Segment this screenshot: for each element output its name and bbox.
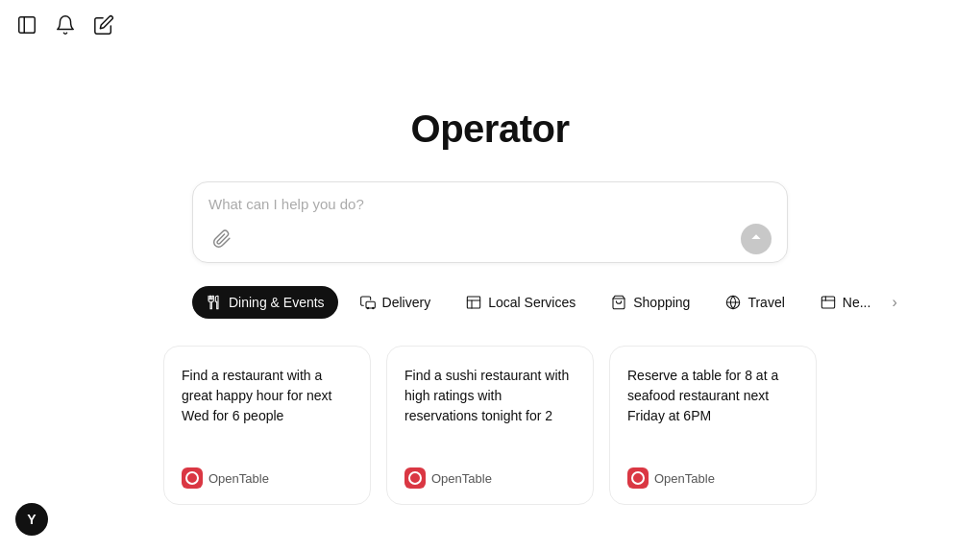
svg-rect-0: [19, 17, 36, 34]
building-icon: [465, 294, 482, 311]
tab-local-label: Local Services: [488, 295, 576, 310]
card-text-0: Find a restaurant with a great happy hou…: [182, 366, 353, 429]
tab-delivery[interactable]: Delivery: [346, 286, 445, 319]
opentable-logo-1: [404, 467, 426, 489]
bag-icon: [610, 294, 627, 311]
card-source-2: OpenTable: [654, 471, 715, 486]
opentable-logo-0: [182, 467, 203, 489]
globe-icon: [724, 294, 742, 311]
tab-news[interactable]: Ne...: [806, 286, 885, 319]
search-container: [192, 181, 788, 263]
page-title: Operator: [411, 108, 570, 151]
tab-travel[interactable]: Travel: [711, 286, 797, 319]
card-source-1: OpenTable: [431, 471, 492, 486]
avatar[interactable]: Y: [15, 503, 48, 536]
suggestion-card-1[interactable]: Find a sushi restaurant with high rating…: [386, 346, 594, 505]
cards-row: Find a restaurant with a great happy hou…: [163, 346, 817, 505]
card-text-2: Reserve a table for 8 at a seafood resta…: [627, 366, 798, 429]
suggestion-card-2[interactable]: Reserve a table for 8 at a seafood resta…: [609, 346, 817, 505]
tab-shopping[interactable]: Shopping: [597, 286, 703, 319]
card-text-1: Find a sushi restaurant with high rating…: [404, 366, 576, 429]
card-source-0: OpenTable: [208, 471, 269, 486]
search-bottom-row: [208, 224, 772, 254]
send-button[interactable]: [741, 224, 772, 254]
attach-icon[interactable]: [208, 226, 235, 252]
card-footer-2: OpenTable: [627, 467, 798, 489]
sidebar-icon[interactable]: [15, 13, 38, 36]
tab-dining-label: Dining & Events: [229, 295, 325, 310]
more-tabs-button[interactable]: ›: [892, 289, 896, 316]
tab-travel-label: Travel: [747, 295, 784, 310]
tab-local[interactable]: Local Services: [452, 286, 589, 319]
card-footer-0: OpenTable: [182, 467, 353, 489]
news-icon: [820, 294, 837, 311]
compose-icon[interactable]: [92, 13, 115, 36]
tab-delivery-label: Delivery: [382, 295, 431, 310]
suggestion-card-0[interactable]: Find a restaurant with a great happy hou…: [163, 346, 371, 505]
search-input[interactable]: [208, 194, 772, 220]
fork-knife-icon: [206, 294, 223, 311]
top-nav: [0, 0, 980, 50]
svg-rect-5: [468, 297, 480, 308]
category-tabs: Dining & Events Delivery Local Services …: [192, 286, 788, 319]
tab-shopping-label: Shopping: [633, 295, 690, 310]
main-content: Operator Dining & Events Delivery: [0, 50, 980, 551]
tab-news-label: Ne...: [843, 295, 871, 310]
bell-icon[interactable]: [54, 13, 77, 36]
tab-dining[interactable]: Dining & Events: [192, 286, 338, 319]
svg-rect-9: [821, 297, 834, 308]
opentable-logo-2: [627, 467, 649, 489]
delivery-icon: [359, 294, 377, 311]
card-footer-1: OpenTable: [404, 467, 576, 489]
